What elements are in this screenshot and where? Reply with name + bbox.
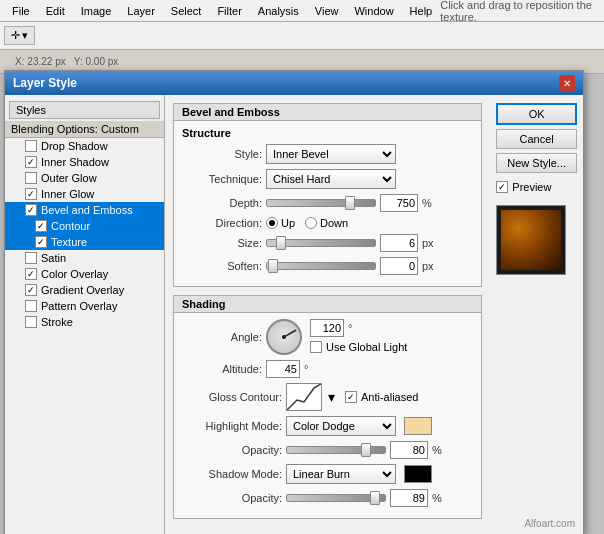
menu-image[interactable]: Image (73, 3, 120, 19)
menu-analysis[interactable]: Analysis (250, 3, 307, 19)
menu-bar: File Edit Image Layer Select Filter Anal… (0, 0, 604, 22)
menu-select[interactable]: Select (163, 3, 210, 19)
coords-display: X: 23.22 px Y: 0.00 px (4, 56, 118, 67)
dialog-titlebar: Layer Style ✕ (5, 71, 583, 74)
menu-help[interactable]: Help (402, 3, 441, 19)
menu-view[interactable]: View (307, 3, 347, 19)
toolbar: ✛ ▾ (0, 22, 604, 50)
menu-filter[interactable]: Filter (209, 3, 249, 19)
menu-layer[interactable]: Layer (119, 3, 163, 19)
menu-window[interactable]: Window (346, 3, 401, 19)
dropdown-arrow-icon: ▾ (22, 29, 28, 42)
toolbar-hint: Click and drag to reposition the texture… (440, 0, 600, 23)
move-tool-btn[interactable]: ✛ ▾ (4, 26, 35, 45)
layer-style-dialog: Layer Style ✕ Styles Blending Options: C… (4, 70, 584, 74)
menu-edit[interactable]: Edit (38, 3, 73, 19)
move-tool-icon: ✛ (11, 29, 20, 42)
menu-file[interactable]: File (4, 3, 38, 19)
